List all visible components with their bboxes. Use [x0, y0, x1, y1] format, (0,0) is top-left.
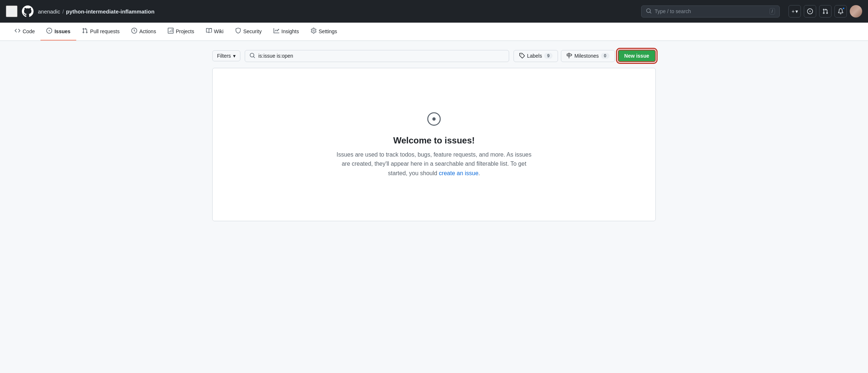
security-nav-icon	[235, 28, 241, 35]
filter-right-actions: Labels 9 Milestones 0 New issue	[514, 50, 656, 62]
avatar[interactable]	[850, 5, 862, 18]
empty-state: Welcome to issues! Issues are used to tr…	[325, 89, 543, 200]
settings-nav-icon	[311, 28, 317, 35]
plus-dropdown-label: + ▾	[791, 8, 798, 14]
search-icon	[646, 8, 652, 15]
issue-search-icon	[249, 53, 255, 59]
nav-security-label: Security	[243, 28, 262, 34]
nav-item-wiki[interactable]: Wiki	[200, 23, 229, 41]
wiki-nav-icon	[206, 28, 212, 35]
empty-state-title: Welcome to issues!	[332, 135, 536, 146]
code-icon	[15, 28, 20, 35]
top-nav-actions: + ▾	[788, 5, 862, 18]
svg-point-1	[433, 118, 435, 120]
issue-search-wrap	[245, 50, 509, 62]
filters-chevron-icon: ▾	[233, 53, 236, 59]
nav-issues-label: Issues	[54, 28, 70, 34]
create-issue-link[interactable]: create an issue	[439, 170, 478, 176]
empty-state-description: Issues are used to track todos, bugs, fe…	[332, 150, 536, 178]
labels-label: Labels	[527, 53, 542, 59]
labels-button[interactable]: Labels 9	[514, 50, 558, 62]
github-logo[interactable]	[22, 5, 34, 17]
milestone-icon	[566, 53, 572, 59]
nav-settings-label: Settings	[319, 28, 337, 34]
search-placeholder-text: Type / to search	[655, 8, 767, 14]
milestones-count-badge: 0	[601, 53, 609, 59]
empty-state-desc-before: Issues are used to track todos, bugs, fe…	[337, 151, 532, 176]
filter-bar: Filters ▾ Labels 9	[212, 50, 656, 62]
nav-item-projects[interactable]: Projects	[162, 23, 200, 41]
top-navigation: anenadic / python-intermediate-inflammat…	[0, 0, 868, 23]
nav-actions-label: Actions	[139, 28, 156, 34]
nav-code-label: Code	[23, 28, 35, 34]
notifications-button[interactable]	[834, 5, 847, 18]
issues-nav-icon	[46, 28, 52, 35]
nav-item-security[interactable]: Security	[229, 23, 268, 41]
main-content: Filters ▾ Labels 9	[201, 41, 667, 230]
notification-dot	[842, 7, 845, 10]
insights-nav-icon	[274, 28, 279, 35]
nav-item-code[interactable]: Code	[9, 23, 40, 41]
nav-wiki-label: Wiki	[214, 28, 224, 34]
new-issue-button[interactable]: New issue	[618, 50, 656, 62]
nav-item-settings[interactable]: Settings	[305, 23, 343, 41]
nav-item-actions[interactable]: Actions	[125, 23, 162, 41]
milestones-button[interactable]: Milestones 0	[561, 50, 615, 62]
issue-search-input[interactable]	[258, 53, 504, 59]
pr-nav-icon	[82, 28, 88, 35]
create-new-button[interactable]: + ▾	[788, 5, 801, 18]
filters-label: Filters	[217, 53, 231, 59]
nav-insights-label: Insights	[282, 28, 299, 34]
nav-item-issues[interactable]: Issues	[40, 23, 76, 41]
nav-item-pull-requests[interactable]: Pull requests	[76, 23, 125, 41]
filters-button[interactable]: Filters ▾	[212, 50, 240, 61]
nav-pr-label: Pull requests	[90, 28, 120, 34]
repo-navigation: Code Issues Pull requests Actions	[0, 23, 868, 41]
actions-nav-icon	[131, 28, 137, 35]
pull-requests-button[interactable]	[819, 5, 832, 18]
label-icon	[519, 53, 525, 59]
issues-button[interactable]	[804, 5, 816, 18]
breadcrumb-separator: /	[62, 8, 64, 15]
empty-state-desc-after: .	[478, 170, 480, 176]
labels-count-badge: 9	[544, 53, 553, 59]
global-search-bar[interactable]: Type / to search /	[641, 5, 780, 18]
breadcrumb: anenadic / python-intermediate-inflammat…	[38, 8, 155, 15]
repo-owner[interactable]: anenadic	[38, 8, 60, 15]
nav-projects-label: Projects	[176, 28, 194, 34]
search-keyboard-shortcut: /	[770, 8, 775, 15]
issues-container: Welcome to issues! Issues are used to tr…	[212, 68, 656, 221]
nav-item-insights[interactable]: Insights	[268, 23, 305, 41]
hamburger-menu-button[interactable]	[6, 5, 18, 17]
projects-nav-icon	[168, 28, 174, 35]
milestones-label: Milestones	[574, 53, 599, 59]
empty-state-icon	[332, 111, 536, 127]
repo-name[interactable]: python-intermediate-inflammation	[66, 8, 155, 15]
